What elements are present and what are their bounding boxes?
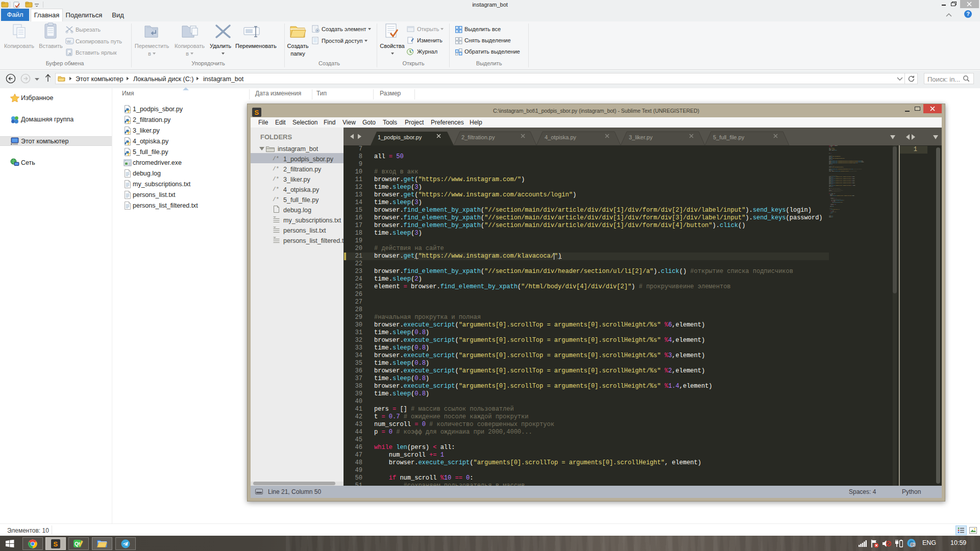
svg-text:2: 2 bbox=[913, 543, 915, 546]
svg-text:W..: W.. bbox=[67, 39, 73, 44]
svg-text:S: S bbox=[54, 540, 58, 548]
